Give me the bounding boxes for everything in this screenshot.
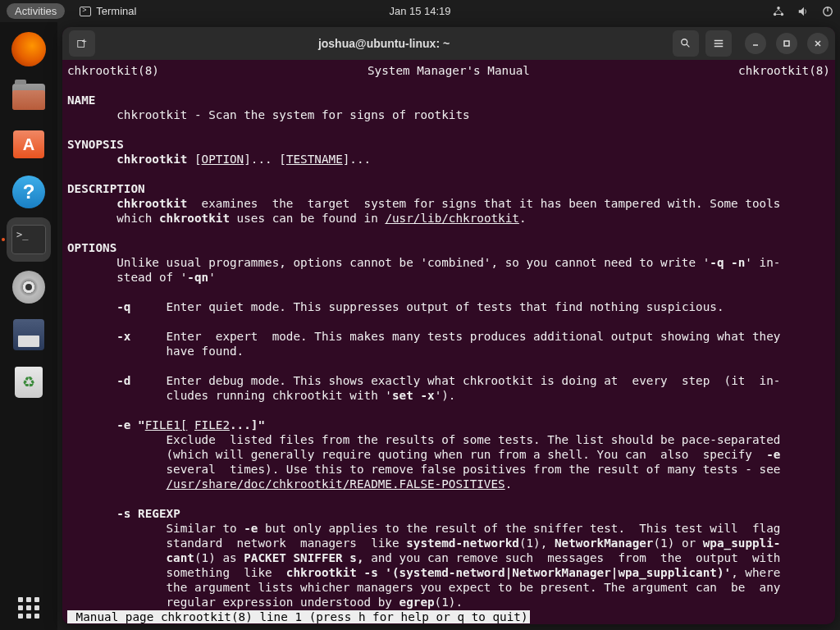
terminal-small-icon — [80, 7, 91, 16]
section-name: NAME — [67, 94, 95, 107]
section-synopsis: SYNOPSIS — [67, 138, 124, 151]
man-status-line: Manual page chkrootkit(8) line 1 (press … — [67, 610, 530, 623]
power-icon[interactable] — [822, 6, 833, 17]
terminal-window: joshua@ubuntu-linux: ~ chkrootkit(8)Syst… — [62, 27, 835, 624]
man-header-center: System Manager's Manual — [368, 63, 530, 78]
menu-button[interactable] — [705, 30, 732, 57]
search-button[interactable] — [673, 30, 699, 57]
floppy-icon — [13, 319, 44, 350]
dock-trash[interactable] — [7, 360, 51, 404]
network-icon[interactable] — [773, 6, 784, 17]
syn-option: OPTION — [202, 153, 244, 166]
dock-files[interactable] — [7, 75, 51, 119]
clock[interactable]: Jan 15 14:19 — [389, 5, 450, 17]
section-description: DESCRIPTION — [67, 182, 145, 195]
software-icon — [13, 130, 44, 158]
minimize-button[interactable] — [745, 33, 766, 54]
svg-point-1 — [774, 12, 777, 16]
activities-button[interactable]: Activities — [7, 3, 65, 19]
volume-icon[interactable] — [797, 6, 809, 17]
svg-line-9 — [687, 44, 690, 48]
svg-point-8 — [682, 39, 687, 45]
opt-s: -s REGEXP — [116, 507, 180, 520]
top-panel: Activities Terminal Jan 15 14:19 — [0, 0, 840, 22]
opt-x: -x — [116, 330, 130, 343]
system-tray — [773, 6, 833, 17]
disc-icon — [12, 271, 45, 304]
svg-rect-14 — [784, 41, 789, 46]
opt-d: -d — [116, 374, 130, 387]
syn-cmd: chkrootkit — [116, 153, 187, 166]
active-app-name: Terminal — [96, 5, 136, 17]
apps-grid-icon — [18, 597, 39, 619]
name-line: chkrootkit - Scan the system for signs o… — [116, 108, 469, 121]
terminal-content[interactable]: chkrootkit(8)System Manager's Manualchkr… — [62, 60, 835, 624]
window-title: joshua@ubuntu-linux: ~ — [102, 37, 666, 50]
man-header-right: chkrootkit(8) — [738, 63, 830, 78]
svg-point-2 — [781, 12, 784, 16]
opt-e: -e " — [116, 418, 144, 431]
close-button[interactable] — [807, 33, 829, 54]
maximize-button[interactable] — [776, 33, 797, 54]
section-options: OPTIONS — [67, 241, 116, 254]
trash-icon — [15, 367, 43, 398]
terminal-icon — [11, 225, 46, 254]
hamburger-icon — [713, 38, 724, 49]
new-tab-button[interactable] — [69, 30, 95, 57]
titlebar: joshua@ubuntu-linux: ~ — [62, 27, 835, 60]
syn-testname: TESTNAME — [286, 153, 343, 166]
man-header-left: chkrootkit(8) — [67, 63, 159, 78]
dock-disks[interactable] — [7, 265, 51, 309]
svg-point-0 — [777, 6, 780, 9]
files-icon — [12, 84, 45, 110]
active-app-indicator[interactable]: Terminal — [80, 5, 136, 17]
dock-software[interactable] — [7, 122, 51, 167]
firefox-icon — [11, 32, 46, 66]
dock: ? — [0, 22, 57, 630]
dock-save[interactable] — [7, 313, 51, 357]
search-icon — [680, 38, 692, 49]
opt-q: -q — [116, 300, 130, 313]
dock-help[interactable]: ? — [7, 170, 51, 214]
show-applications[interactable] — [7, 586, 51, 630]
dock-terminal[interactable] — [7, 217, 51, 262]
help-icon: ? — [12, 176, 45, 208]
dock-firefox[interactable] — [7, 27, 51, 71]
